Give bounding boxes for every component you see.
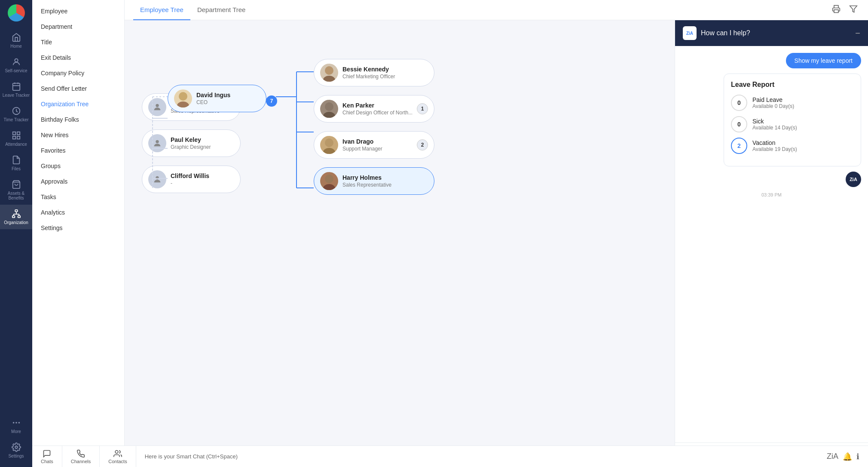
node-ken-parker[interactable]: Ken Parker Chief Design Officer of North… (314, 95, 434, 123)
main-content: Employee Tree Department Tree (125, 0, 868, 467)
chat-title: How can I help? (701, 29, 750, 37)
root-badge[interactable]: 7 (266, 95, 277, 107)
chat-minimize-button[interactable]: − (855, 28, 860, 38)
leave-report-card: Leave Report 0 Paid Leave Available 0 Da… (724, 74, 861, 166)
nav-birthday-folks[interactable]: Birthday Folks (32, 112, 124, 127)
show-leave-report-button[interactable]: Show my leave report (786, 53, 861, 68)
avatar-paul (148, 134, 166, 152)
svg-point-26 (156, 176, 159, 179)
node-harry-holmes[interactable]: Harry Holmes Sales Representative (314, 167, 434, 195)
tab-employee-tree[interactable]: Employee Tree (133, 0, 190, 20)
node-info-paul: Paul Keley Graphic Designer (171, 136, 211, 150)
svg-point-47 (323, 148, 335, 154)
svg-rect-11 (15, 210, 18, 212)
svg-rect-7 (17, 132, 19, 135)
sidebar-item-time-tracker[interactable]: Time Tracker (0, 102, 32, 126)
node-info-ken: Ken Parker Chief Design Officer of North… (342, 102, 413, 116)
nav-department[interactable]: Department (32, 19, 124, 34)
nav-employee[interactable]: Employee (32, 3, 124, 19)
sidebar-item-home[interactable]: Home (0, 28, 32, 53)
svg-point-46 (325, 138, 333, 147)
node-ivan-drago[interactable]: Ivan Drago Support Manager 2 (314, 131, 434, 159)
sidebar-item-files[interactable]: Files (0, 151, 32, 175)
avatar-harry (320, 172, 338, 190)
filter-button[interactable] (847, 3, 859, 17)
node-info-david: David Ingus CEO (196, 92, 230, 105)
tabs-bar: Employee Tree Department Tree (125, 0, 868, 20)
nav-analytics[interactable]: Analytics (32, 205, 124, 220)
node-paul-keley[interactable]: Paul Keley Graphic Designer (142, 129, 241, 157)
avatar-clifford (148, 170, 166, 188)
zia-bottom-icon[interactable]: ZiA (827, 452, 838, 461)
print-button[interactable] (830, 3, 842, 17)
nav-exit-details[interactable]: Exit Details (32, 50, 124, 65)
node-clifford-willis[interactable]: Clifford Willis - (142, 166, 241, 193)
svg-point-44 (325, 102, 333, 111)
node-bessie-kennedy[interactable]: Bessie Kennedy Chief Marketing Officer (314, 59, 434, 86)
nav-company-policy[interactable]: Company Policy (32, 65, 124, 81)
svg-point-49 (323, 184, 335, 190)
sidebar-item-self-service-label: Self-service (5, 68, 27, 73)
app-logo (8, 4, 25, 22)
sidebar-item-organization[interactable]: Organization (0, 205, 32, 229)
sidebar-item-attendance[interactable]: Attendance (0, 126, 32, 151)
node-david-ingus[interactable]: David Ingus CEO (168, 85, 266, 112)
chat-timestamp: 03:39 PM (682, 192, 861, 197)
smart-chat-text: Here is your Smart Chat (Ctrl+Space) (136, 453, 827, 460)
svg-point-48 (325, 175, 333, 183)
avatar-david (174, 89, 192, 108)
sidebar-item-attendance-label: Attendance (5, 142, 27, 147)
bell-icon[interactable]: 🔔 (843, 452, 852, 461)
sidebar-item-settings[interactable]: Settings (0, 438, 32, 463)
ivan-badge[interactable]: 2 (417, 139, 428, 151)
avatar-patsy (148, 98, 166, 116)
nav-tasks[interactable]: Tasks (32, 189, 124, 205)
nav-groups[interactable]: Groups (32, 158, 124, 174)
bottom-contacts-label: Contacts (125, 459, 127, 464)
sidebar-item-assets-benefits[interactable]: Assets & Benefits (0, 175, 32, 205)
svg-point-20 (18, 422, 20, 424)
sidebar-item-more[interactable]: More (0, 414, 32, 438)
sidebar-item-settings-label: Settings (8, 454, 24, 458)
svg-point-42 (325, 66, 333, 75)
bottom-contacts[interactable]: Contacts (125, 446, 136, 467)
leave-item-vacation: 2 Vacation Available 19 Day(s) (731, 138, 854, 154)
info-icon[interactable]: ℹ (856, 452, 859, 461)
svg-point-25 (156, 140, 159, 143)
nav-settings[interactable]: Settings (32, 220, 124, 236)
sidebar-item-files-label: Files (12, 166, 21, 171)
svg-point-43 (323, 76, 335, 82)
bottom-bar: Chats Channels Contacts Here is your Sma… (125, 445, 868, 467)
svg-point-24 (156, 104, 159, 107)
paid-leave-count: 0 (731, 95, 747, 111)
svg-rect-12 (12, 216, 14, 218)
vacation-leave-info: Vacation Available 19 Day(s) (752, 139, 797, 152)
nav-title[interactable]: Title (32, 34, 124, 50)
tab-department-tree[interactable]: Department Tree (190, 0, 253, 20)
bottom-bar-items: Chats Channels Contacts (125, 446, 136, 467)
chat-messages: Show my leave report Leave Report 0 Paid… (675, 46, 868, 442)
tree-area: Patsy Fields Sales Representative Paul K… (125, 20, 675, 467)
ken-badge[interactable]: 1 (417, 103, 428, 114)
nav-organization-tree[interactable]: Organization Tree (32, 96, 124, 112)
nav-favorites[interactable]: Favorites (32, 143, 124, 158)
svg-rect-22 (834, 9, 838, 12)
chat-header-left: ZiA How can I help? (683, 26, 750, 40)
nav-new-hires[interactable]: New Hires (32, 127, 124, 143)
sick-leave-info: Sick Available 14 Day(s) (752, 118, 797, 131)
sidebar-item-leave-tracker[interactable]: Leave Tracker (0, 77, 32, 102)
svg-rect-6 (12, 132, 15, 135)
sidebar-item-leave-tracker-label: Leave Tracker (3, 93, 30, 98)
sick-leave-count: 0 (731, 116, 747, 132)
tree-wrapper: Patsy Fields Sales Representative Paul K… (133, 33, 666, 207)
svg-marker-23 (850, 6, 857, 12)
nav-send-offer-letter[interactable]: Send Offer Letter (32, 81, 124, 96)
sidebar-item-self-service[interactable]: Self-service (0, 53, 32, 77)
zia-avatar-message: ZiA (846, 172, 861, 187)
node-info-bessie: Bessie Kennedy Chief Marketing Officer (342, 66, 395, 80)
avatar-bessie (320, 64, 338, 82)
leave-item-sick: 0 Sick Available 14 Day(s) (731, 116, 854, 132)
node-info-clifford: Clifford Willis - (171, 172, 209, 186)
nav-approvals[interactable]: Approvals (32, 174, 124, 189)
sidebar-item-time-tracker-label: Time Tracker (4, 117, 29, 122)
